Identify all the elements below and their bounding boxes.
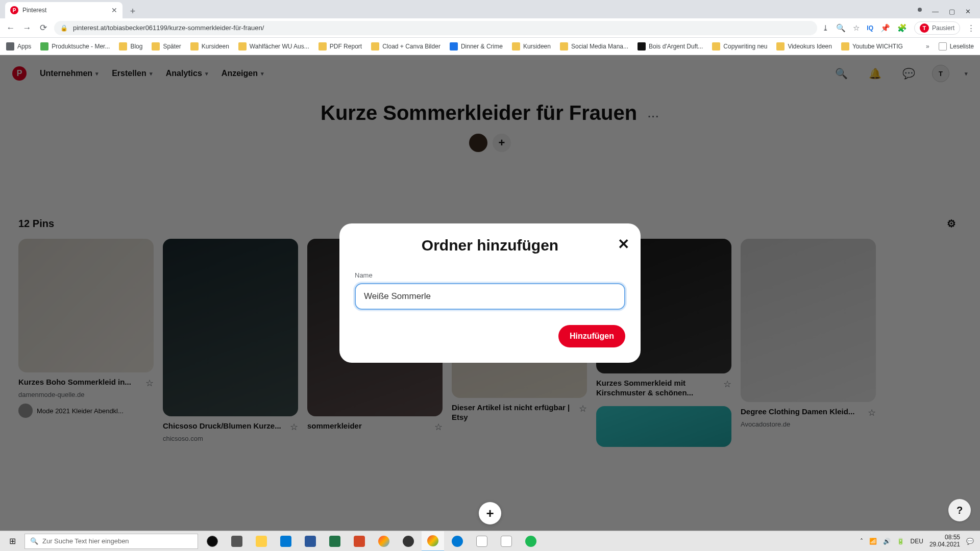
tray-battery-icon[interactable]: 🔋 — [897, 538, 904, 545]
pinterest-favicon-icon: P — [10, 6, 18, 14]
extensions-puzzle-icon[interactable]: 🧩 — [897, 23, 907, 33]
spotify-icon[interactable] — [520, 531, 542, 552]
create-pin-fab[interactable]: + — [479, 502, 501, 524]
profile-status-label: Pausiert — [932, 24, 954, 32]
bookmark-item[interactable]: Wahlfächer WU Aus... — [238, 42, 309, 51]
tray-wifi-icon[interactable]: 📶 — [869, 538, 877, 545]
account-dot-icon[interactable] — [918, 8, 922, 12]
bookmark-item[interactable]: Copywriting neu — [712, 42, 767, 51]
close-tab-icon[interactable]: ✕ — [111, 6, 117, 14]
close-modal-button[interactable]: ✕ — [618, 236, 629, 253]
back-button[interactable]: ← — [5, 23, 16, 33]
file-explorer-icon[interactable] — [250, 531, 273, 552]
forward-button[interactable]: → — [21, 23, 33, 33]
search-icon: 🔍 — [30, 537, 38, 545]
name-field-label: Name — [355, 271, 625, 279]
tray-notifications-icon[interactable]: 💬 — [966, 538, 974, 545]
folder-icon — [152, 42, 160, 51]
url-field[interactable]: 🔒 pinterest.at/tobiasbecker061199/kurze-… — [54, 21, 817, 35]
search-placeholder: Zur Suche Text hier eingeben — [42, 537, 129, 545]
folder-name-input[interactable] — [355, 283, 625, 310]
folder-icon — [638, 42, 646, 51]
bookmark-item[interactable]: Blog — [119, 42, 142, 51]
profile-avatar-icon: T — [920, 23, 929, 33]
bookmark-item[interactable]: Social Media Mana... — [560, 42, 628, 51]
maximize-button[interactable]: ▢ — [949, 8, 955, 15]
folder-icon — [560, 42, 568, 51]
window-controls: — ▢ ✕ — [918, 8, 980, 18]
folder-icon — [841, 42, 849, 51]
bookmark-item[interactable]: Kursideen — [190, 42, 229, 51]
bookmark-item[interactable]: Produktsuche - Mer... — [40, 42, 110, 51]
help-fab[interactable]: ? — [948, 499, 971, 521]
chrome-menu-icon[interactable]: ⋮ — [967, 23, 975, 33]
mail-icon[interactable] — [275, 531, 297, 552]
bookmark-item[interactable]: Später — [152, 42, 181, 51]
folder-icon — [712, 42, 720, 51]
bookmark-item[interactable]: Dinner & Crime — [450, 42, 503, 51]
tab-title: Pinterest — [22, 7, 107, 14]
reload-button[interactable]: ⟳ — [38, 22, 49, 33]
url-text: pinterest.at/tobiasbecker061199/kurze-so… — [73, 24, 264, 32]
task-view-icon[interactable] — [226, 531, 248, 552]
folder-icon — [190, 42, 199, 51]
folder-icon — [450, 42, 458, 51]
cortana-icon[interactable] — [201, 531, 224, 552]
tray-time: 08:55 — [929, 534, 960, 541]
bookmarks-overflow-icon[interactable]: » — [926, 43, 929, 50]
bookmark-reading-list[interactable]: Leseliste — [939, 42, 974, 51]
bookmark-item[interactable]: Videokurs Ideen — [776, 42, 832, 51]
modal-title: Ordner hinzufügen — [355, 237, 625, 254]
bookmark-item[interactable]: Kursideen — [512, 42, 551, 51]
folder-icon — [512, 42, 520, 51]
start-button[interactable]: ⊞ — [0, 531, 24, 552]
obs-icon[interactable] — [397, 531, 420, 552]
folder-icon — [776, 42, 785, 51]
lock-icon: 🔒 — [60, 24, 68, 32]
folder-icon — [40, 42, 48, 51]
windows-taskbar: ⊞ 🔍 Zur Suche Text hier eingeben ˄ 📶 🔊 🔋… — [0, 531, 980, 551]
tray-date: 29.04.2021 — [929, 541, 960, 548]
tray-language[interactable]: DEU — [911, 538, 923, 545]
list-icon — [939, 42, 947, 51]
folder-icon — [318, 42, 327, 51]
edge-icon[interactable] — [446, 531, 469, 552]
address-bar: ← → ⟳ 🔒 pinterest.at/tobiasbecker061199/… — [0, 18, 980, 38]
app-icon[interactable] — [373, 531, 395, 552]
system-tray: ˄ 📶 🔊 🔋 DEU 08:55 29.04.2021 💬 — [854, 534, 980, 547]
taskbar-search-input[interactable]: 🔍 Zur Suche Text hier eingeben — [24, 534, 198, 549]
tray-volume-icon[interactable]: 🔊 — [883, 538, 891, 545]
install-app-icon[interactable]: ⤓ — [822, 23, 829, 33]
bookmark-star-icon[interactable]: ☆ — [853, 23, 860, 33]
iq-extension-icon[interactable]: IQ — [867, 24, 873, 32]
folder-icon — [238, 42, 247, 51]
bookmarks-bar: Apps Produktsuche - Mer... Blog Später K… — [0, 38, 980, 55]
apps-icon — [6, 42, 14, 51]
extension-pin-icon[interactable]: 📌 — [880, 23, 890, 33]
bookmark-item[interactable]: Bois d'Argent Duft... — [638, 42, 703, 51]
bookmark-item[interactable]: Youtube WICHTIG — [841, 42, 903, 51]
pinterest-app: P Unternehmen▾ Erstellen▾ Analytics▾ Anz… — [0, 55, 980, 531]
chrome-icon[interactable] — [422, 531, 444, 552]
add-folder-modal: Ordner hinzufügen ✕ Name Hinzufügen — [339, 223, 641, 363]
folder-icon — [119, 42, 127, 51]
tray-chevron-up-icon[interactable]: ˄ — [860, 538, 863, 545]
browser-tab-strip: P Pinterest ✕ + — ▢ ✕ — [0, 0, 980, 18]
close-window-button[interactable]: ✕ — [965, 8, 971, 15]
bookmark-item[interactable]: PDF Report — [318, 42, 362, 51]
profile-chip[interactable]: T Pausiert — [914, 21, 960, 35]
excel-icon[interactable] — [324, 531, 346, 552]
zoom-icon[interactable]: 🔍 — [836, 23, 846, 33]
powerpoint-icon[interactable] — [348, 531, 371, 552]
new-tab-button[interactable]: + — [126, 4, 140, 18]
modal-overlay[interactable]: Ordner hinzufügen ✕ Name Hinzufügen — [0, 55, 980, 531]
tray-clock[interactable]: 08:55 29.04.2021 — [929, 534, 960, 547]
notepad-icon[interactable] — [471, 531, 493, 552]
notepad-icon[interactable] — [495, 531, 518, 552]
submit-add-button[interactable]: Hinzufügen — [558, 325, 625, 347]
word-icon[interactable] — [299, 531, 322, 552]
bookmark-item[interactable]: Cload + Canva Bilder — [371, 42, 440, 51]
bookmark-apps[interactable]: Apps — [6, 42, 31, 51]
browser-tab[interactable]: P Pinterest ✕ — [5, 2, 122, 18]
minimize-button[interactable]: — — [932, 8, 939, 15]
